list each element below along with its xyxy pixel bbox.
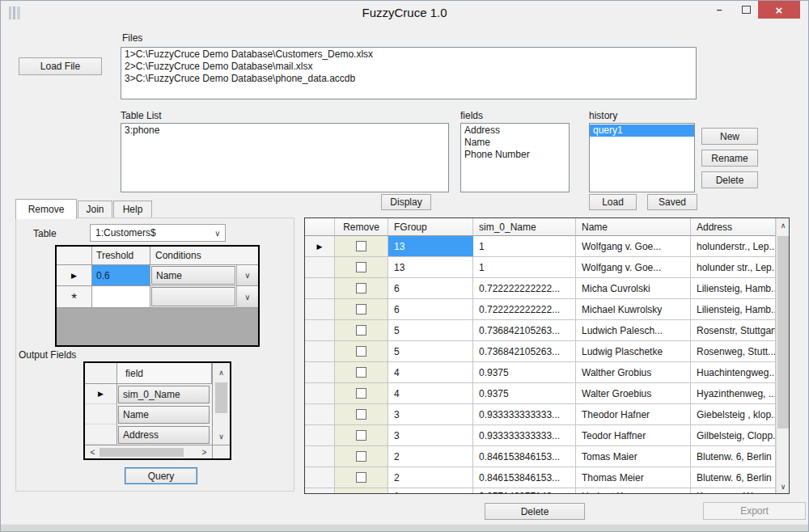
output-field-cell[interactable]: Address xyxy=(118,426,210,444)
remove-cell[interactable] xyxy=(335,362,388,383)
row-selector-cell[interactable] xyxy=(305,257,335,278)
hscroll-thumb[interactable] xyxy=(100,448,184,457)
field-item[interactable]: Phone Number xyxy=(461,149,569,161)
name-cell[interactable]: Wolfgang v. Goe... xyxy=(576,236,691,257)
delete-history-button[interactable]: Delete xyxy=(701,171,758,188)
conditions-column-header[interactable]: Conditions xyxy=(150,247,258,265)
row-selector-cell[interactable] xyxy=(305,467,335,488)
fgroup-cell[interactable]: 6 xyxy=(388,278,473,299)
output-fields-hscrollbar[interactable]: < > xyxy=(85,445,212,458)
row-selector-cell[interactable] xyxy=(85,404,117,424)
treshold-cell[interactable]: 0.6 xyxy=(92,265,150,286)
condition-combobox[interactable]: Name xyxy=(151,266,235,285)
history-listbox[interactable]: query1 xyxy=(589,123,695,192)
output-fields-vscrollbar[interactable]: ∧ ∨ xyxy=(212,363,230,445)
sim-cell[interactable]: 0.9375 xyxy=(473,362,576,383)
condition-cell[interactable]: Name xyxy=(150,265,236,286)
remove-checkbox[interactable] xyxy=(356,262,366,272)
fgroup-cell[interactable]: 4 xyxy=(388,362,473,383)
address-cell[interactable]: Blutenw. 6, Berlin xyxy=(691,467,776,488)
name-cell[interactable]: Walter Groebius xyxy=(576,383,691,404)
query-button[interactable]: Query xyxy=(125,467,197,484)
remove-checkbox[interactable] xyxy=(356,325,366,336)
chevron-down-icon[interactable]: ∨ xyxy=(210,229,225,238)
field-column-header[interactable]: field xyxy=(117,363,212,384)
scroll-up-icon[interactable]: ∧ xyxy=(213,366,230,379)
fgroup-cell[interactable]: 2 xyxy=(388,467,473,488)
remove-checkbox[interactable] xyxy=(356,430,366,441)
fgroup-cell[interactable]: 1 xyxy=(388,488,473,494)
scroll-up-icon[interactable]: ∧ xyxy=(777,218,790,232)
file-item[interactable]: 1>C:\FuzzyCruce Demo Database\Customers_… xyxy=(121,49,696,61)
rename-button[interactable]: Rename xyxy=(701,150,758,167)
name-cell[interactable]: Micha Cuvrolski xyxy=(576,278,691,299)
scroll-right-icon[interactable]: > xyxy=(198,445,210,458)
name-cell[interactable]: Wolfgang v. Goe... xyxy=(576,257,691,278)
address-cell[interactable]: Rosenstr, Stuttgart xyxy=(691,320,776,341)
name-cell[interactable]: Theodor Hafner xyxy=(576,404,691,425)
sim-cell[interactable]: 1 xyxy=(473,257,576,278)
remove-cell[interactable] xyxy=(335,425,388,446)
sim-cell[interactable]: 0.736842105263... xyxy=(473,341,576,362)
remove-cell[interactable] xyxy=(335,299,388,320)
address-cell[interactable]: Hyazinthenweg, ... xyxy=(691,383,776,404)
chevron-down-icon[interactable]: ∨ xyxy=(236,286,258,308)
tab-help[interactable]: Help xyxy=(113,201,152,218)
row-selector-cell[interactable] xyxy=(305,362,335,383)
file-item[interactable]: 2>C:\FuzzyCruce Demo Database\mail.xlsx xyxy=(121,61,696,73)
maximize-button[interactable] xyxy=(734,1,758,19)
remove-checkbox[interactable] xyxy=(356,304,366,315)
tab-remove[interactable]: Remove xyxy=(15,199,77,219)
treshold-column-header[interactable]: Treshold xyxy=(92,247,150,265)
row-selector-cell[interactable] xyxy=(305,383,335,404)
name-cell[interactable]: Ludwig Plaschetke xyxy=(576,341,691,362)
name-cell[interactable]: Teodor Haffner xyxy=(576,425,691,446)
sim-cell[interactable]: 1 xyxy=(473,236,576,257)
load-query-button[interactable]: Load xyxy=(589,194,637,210)
address-cell[interactable]: holunder str., Lep... xyxy=(691,257,776,278)
sim-cell[interactable]: 0.933333333333... xyxy=(473,404,576,425)
remove-cell[interactable] xyxy=(335,467,388,488)
fgroup-column-header[interactable]: FGroup xyxy=(388,218,473,236)
condition-combobox[interactable] xyxy=(151,287,235,306)
address-cell[interactable]: holunderstr., Lep... xyxy=(691,236,776,257)
fgroup-cell[interactable]: 3 xyxy=(388,404,473,425)
row-selector-cell[interactable] xyxy=(305,488,335,494)
name-cell[interactable]: Walther Grobius xyxy=(576,362,691,383)
new-button[interactable]: New xyxy=(701,128,758,145)
remove-cell[interactable] xyxy=(335,236,388,257)
minimize-button[interactable]: – xyxy=(707,1,731,19)
selector-column-header[interactable] xyxy=(305,218,335,236)
remove-cell[interactable] xyxy=(335,488,388,494)
field-item[interactable]: Address xyxy=(461,125,569,137)
name-cell[interactable]: Herbert Ka... xyxy=(576,488,691,494)
remove-cell[interactable] xyxy=(335,278,388,299)
address-cell[interactable]: Liliensteig, Hamb... xyxy=(691,299,776,320)
chevron-down-icon[interactable]: ∨ xyxy=(236,265,258,286)
saved-button[interactable]: Saved xyxy=(647,194,697,210)
address-cell[interactable]: Huachintengweg... xyxy=(691,362,776,383)
address-cell[interactable]: Rosenweg, Stutt... xyxy=(691,341,776,362)
sim-cell[interactable]: 0.933333333333... xyxy=(473,425,576,446)
scroll-down-icon[interactable]: ∨ xyxy=(213,430,230,443)
sim-column-header[interactable]: sim_0_Name xyxy=(473,218,576,236)
name-cell[interactable]: Ludwich Palesch... xyxy=(576,320,691,341)
remove-column-header[interactable]: Remove xyxy=(335,218,388,236)
table-listbox[interactable]: 3:phone xyxy=(121,123,449,192)
scroll-left-icon[interactable]: < xyxy=(87,445,99,458)
load-file-button[interactable]: Load File xyxy=(19,57,102,75)
history-item[interactable]: query1 xyxy=(590,125,694,137)
display-button[interactable]: Display xyxy=(381,194,431,210)
fgroup-cell[interactable]: 3 xyxy=(388,425,473,446)
remove-checkbox[interactable] xyxy=(356,283,366,293)
remove-checkbox[interactable] xyxy=(356,388,366,399)
delete-rows-button[interactable]: Delete xyxy=(485,503,585,520)
row-selector-cell[interactable]: ▶ xyxy=(305,236,335,257)
results-grid-vscrollbar[interactable]: ∧ ∨ xyxy=(776,218,789,493)
address-cell[interactable]: Liliensteig, Hamb... xyxy=(691,278,776,299)
address-cell[interactable]: Blutenw. 6, Berlin xyxy=(691,446,776,467)
remove-checkbox[interactable] xyxy=(356,493,366,494)
fgroup-cell[interactable]: 13 xyxy=(388,257,473,278)
name-column-header[interactable]: Name xyxy=(576,218,691,236)
field-item[interactable]: Name xyxy=(461,137,569,149)
